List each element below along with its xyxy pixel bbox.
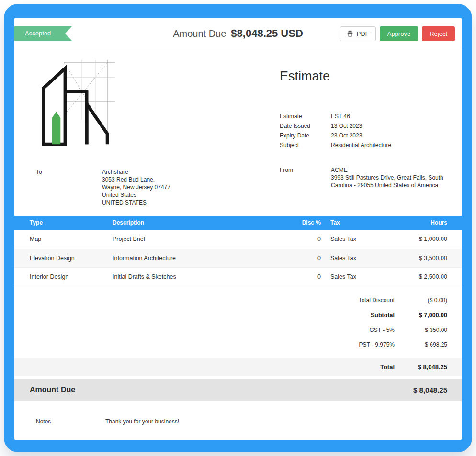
to-label: To (36, 168, 102, 206)
gst-value: $ 350.00 (395, 327, 462, 333)
subtotal-value: $ 7,000.00 (395, 312, 462, 319)
status-ribbon: Accepted (14, 26, 72, 41)
meta-value: EST 46 (331, 112, 350, 121)
cell-tax: Sales Tax (321, 249, 378, 267)
amount-due-value: $8,048.25 USD (231, 27, 303, 39)
total-value: $ 8,048.25 (395, 364, 462, 371)
bill-from-block: From ACME 3993 Still Pastures Drive, Gre… (280, 166, 462, 189)
pst-label: PST - 9.975% (359, 342, 395, 348)
column-header-hours: Hours (378, 216, 462, 230)
to-address-line: UNITED STATES (102, 199, 170, 206)
cell-description: Information Architecture (113, 249, 278, 267)
to-address-line: Wayne, New Jersey 07477 (102, 183, 170, 191)
subtotal-row: Subtotal $ 7,000.00 (14, 308, 462, 323)
amount-due-row: Amount Due $ 8,048.25 (14, 379, 462, 401)
estimate-card: Accepted Amount Due$8,048.25 USD (14, 18, 462, 440)
reject-button[interactable]: Reject (422, 26, 455, 41)
amount-due-label: Amount Due (173, 28, 226, 39)
total-discount-label: Total Discount (359, 297, 395, 304)
page-background: Accepted Amount Due$8,048.25 USD (0, 0, 476, 456)
from-company-name: ACME (331, 166, 443, 174)
cell-hours: $ 1,000.00 (378, 230, 462, 249)
company-logo (36, 59, 280, 150)
pst-value: $ 698.25 (395, 342, 462, 348)
column-header-type: Type (14, 216, 113, 230)
notes-section: Notes Thank you for your business! (14, 418, 462, 425)
meta-label: Estimate (280, 112, 331, 121)
bill-to-block: To Archshare 3053 Red Bud Lane, Wayne, N… (36, 168, 280, 206)
cell-tax: Sales Tax (321, 267, 378, 286)
pdf-button-label: PDF (357, 30, 369, 37)
cell-tax: Sales Tax (321, 230, 378, 249)
printer-icon (347, 30, 353, 37)
meta-row: Expiry Date 23 Oct 2023 (280, 131, 462, 140)
from-label: From (280, 166, 331, 189)
to-address-line: United States (102, 191, 170, 199)
line-items-table: Type Description Disc % Tax Hours Map Pr… (14, 216, 462, 286)
meta-value: 13 Oct 2023 (331, 121, 362, 131)
meta-value: 23 Oct 2023 (331, 131, 362, 140)
meta-row: Estimate EST 46 (280, 112, 462, 121)
total-row: Total $ 8,048.25 (14, 358, 462, 376)
column-header-disc: Disc % (278, 216, 321, 230)
totals-section: Total Discount ($ 0.00) Subtotal $ 7,000… (14, 293, 462, 353)
gst-label: GST - 5% (370, 327, 395, 333)
column-header-description: Description (113, 216, 278, 230)
from-address: ACME 3993 Still Pastures Drive, Great Fa… (331, 166, 443, 189)
to-address-line: 3053 Red Bud Lane, (102, 176, 170, 183)
table-row: Interior Design Initial Drafts & Sketche… (14, 267, 462, 286)
pdf-button[interactable]: PDF (340, 26, 376, 41)
gst-row: GST - 5% $ 350.00 (14, 323, 462, 338)
subtotal-label: Subtotal (371, 312, 395, 319)
total-discount-value: ($ 0.00) (395, 297, 462, 304)
estimate-meta: Estimate EST 46 Date Issued 13 Oct 2023 … (280, 112, 462, 150)
amount-due-row-label: Amount Due (30, 386, 75, 394)
document-title: Estimate (280, 67, 462, 85)
meta-value: Residential Architecture (331, 140, 391, 150)
cell-description: Project Brief (113, 230, 278, 249)
notes-label: Notes (36, 418, 105, 425)
meta-label: Subject (280, 140, 331, 150)
meta-label: Expiry Date (280, 131, 331, 140)
document-header-right: Estimate Estimate EST 46 Date Issued 13 … (280, 59, 462, 206)
cell-disc: 0 (278, 249, 321, 267)
column-header-tax: Tax (321, 216, 378, 230)
pst-row: PST - 9.975% $ 698.25 (14, 338, 462, 353)
topbar-actions: PDF Approve Reject (340, 26, 462, 41)
meta-label: Date Issued (280, 121, 331, 131)
cell-disc: 0 (278, 267, 321, 286)
cell-hours: $ 2,500.00 (378, 267, 462, 286)
blue-frame: Accepted Amount Due$8,048.25 USD (4, 4, 472, 452)
cell-type: Interior Design (14, 267, 113, 286)
total-label: Total (380, 364, 395, 371)
to-address: Archshare 3053 Red Bud Lane, Wayne, New … (102, 168, 170, 206)
cell-type: Map (14, 230, 113, 249)
notes-value: Thank you for your business! (105, 418, 179, 425)
from-address-text: 3993 Still Pastures Drive, Great Falls, … (331, 174, 443, 189)
meta-row: Date Issued 13 Oct 2023 (280, 121, 462, 131)
document-header: To Archshare 3053 Red Bud Lane, Wayne, N… (14, 49, 462, 206)
table-row: Elevation Design Information Architectur… (14, 249, 462, 267)
to-address-line: Archshare (102, 168, 170, 176)
meta-row: Subject Residential Architecture (280, 140, 462, 150)
document-header-left: To Archshare 3053 Red Bud Lane, Wayne, N… (36, 59, 280, 206)
cell-description: Initial Drafts & Sketches (113, 267, 278, 286)
topbar: Accepted Amount Due$8,048.25 USD (14, 18, 462, 49)
cell-disc: 0 (278, 230, 321, 249)
approve-button[interactable]: Approve (380, 26, 418, 41)
total-discount-row: Total Discount ($ 0.00) (14, 293, 462, 308)
cell-type: Elevation Design (14, 249, 113, 267)
cell-hours: $ 3,500.00 (378, 249, 462, 267)
table-row: Map Project Brief 0 Sales Tax $ 1,000.00 (14, 230, 462, 249)
amount-due-row-value: $ 8,048.25 (413, 386, 447, 394)
table-header: Type Description Disc % Tax Hours (14, 216, 462, 230)
